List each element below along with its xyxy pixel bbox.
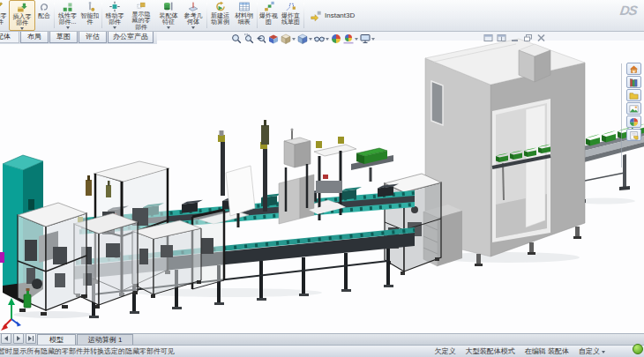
assembly-features-icon	[162, 1, 175, 12]
tab-evaluate[interactable]: 评估	[79, 32, 107, 43]
dassault-systemes-logo: DS	[619, 3, 638, 18]
ribbon-button-label: 爆炸视 图	[259, 12, 278, 26]
ribbon-button-smart-fasteners[interactable]: 智能扣 件	[79, 0, 101, 31]
zoom-to-fit-icon	[231, 33, 242, 44]
tab-assembly[interactable]: 装配体	[0, 32, 19, 43]
status-custom-dropdown[interactable]: 自定义	[579, 346, 605, 356]
motion-study-tab[interactable]: 运动算例 1	[77, 334, 133, 345]
ribbon-button-instant3d[interactable]: Instant3D	[305, 0, 358, 31]
dropdown-caret-icon	[326, 38, 329, 41]
dropdown-caret-icon	[66, 26, 70, 29]
graphics-viewport[interactable]	[0, 32, 644, 333]
taskpane-resources-button[interactable]	[626, 63, 641, 75]
file-explorer-icon	[629, 91, 639, 100]
ribbon-button-linear-pattern[interactable]: 线性零 部件...	[56, 0, 79, 31]
ribbon-separator	[257, 3, 258, 28]
tab-scroll-last-button[interactable]	[26, 333, 36, 344]
status-assembly-mode: 大型装配体模式	[466, 346, 515, 356]
view-settings-button[interactable]	[360, 33, 375, 44]
status-editing: 在编辑 装配体	[525, 346, 569, 356]
tab-layout[interactable]: 布局	[20, 32, 49, 43]
edit-appearance-icon	[331, 33, 341, 44]
previous-view-button[interactable]	[256, 33, 266, 44]
ribbon-button-label: 智能扣 件	[81, 12, 100, 26]
dropdown-caret-icon	[292, 38, 296, 41]
taskpane-file-explorer-button[interactable]	[626, 89, 641, 101]
hide-show-items-button[interactable]	[314, 33, 329, 44]
view-palette-icon	[629, 104, 639, 114]
arrow-right-end-icon	[28, 336, 32, 341]
document-window-controls	[483, 33, 546, 42]
ribbon-button-label: Instant3D	[325, 12, 355, 19]
taskpane-view-palette-button[interactable]	[626, 102, 641, 115]
ribbon-button-bill-of-materials[interactable]: 材料明 细表	[232, 0, 256, 31]
pane-window-icon[interactable]	[483, 33, 493, 42]
ribbon-button-mate[interactable]: 配合	[35, 0, 53, 31]
status-hint-text: 暂时显示所有隐藏的零部件并转换选定的隐藏零部件可见	[0, 346, 175, 356]
view-orientation-icon	[281, 33, 291, 44]
model-tab[interactable]: 模型	[37, 334, 76, 345]
section-view-button[interactable]	[268, 33, 279, 44]
taskpane-custom-properties-button[interactable]	[626, 129, 641, 141]
dropdown-caret-icon	[371, 38, 375, 41]
section-view-icon	[268, 33, 279, 44]
display-style-button[interactable]	[297, 33, 312, 44]
viewport-3d-scene[interactable]	[0, 32, 644, 333]
tab-scroll-left-button[interactable]	[13, 333, 24, 344]
show-hidden-components-icon	[135, 1, 147, 11]
custom-properties-icon	[629, 130, 639, 140]
pane-window-split-icon[interactable]	[497, 33, 506, 42]
dropdown-caret-icon	[309, 38, 312, 41]
instant3d-icon	[309, 10, 323, 22]
tab-scroll-first-button[interactable]	[1, 333, 11, 344]
ribbon-button-exploded-view[interactable]: 爆炸视 图	[258, 0, 279, 31]
heads-up-view-toolbar	[231, 33, 375, 45]
taskpane-appearances-button[interactable]	[626, 115, 641, 128]
tab-office-products[interactable]: 办公室产品	[108, 32, 154, 43]
ribbon-button-explode-line-sketch[interactable]: 爆炸直 线草图	[279, 0, 303, 31]
command-manager-ribbon: 编辑零 部件 插入零 部件 配合 线性零 部件... 智能扣 件	[0, 0, 644, 32]
view-orientation-button[interactable]	[281, 33, 296, 44]
minimize-icon[interactable]	[510, 33, 520, 42]
zoom-to-fit-button[interactable]	[231, 33, 242, 44]
status-right-cluster: 欠定义 大型装配体模式 在编辑 装配体 自定义	[435, 346, 605, 356]
taskpane-design-library-button[interactable]	[626, 76, 641, 88]
ribbon-button-label: 爆炸直 线草图	[281, 12, 300, 26]
edit-component-icon	[0, 1, 4, 12]
ribbon-button-edit-component[interactable]: 编辑零 部件	[0, 0, 9, 31]
exploded-view-icon	[263, 1, 275, 12]
enclosure-window	[431, 81, 443, 125]
solidworks-resources-icon	[629, 64, 639, 74]
apply-scene-button[interactable]	[343, 33, 358, 44]
ribbon-button-label: 线性零 部件...	[58, 12, 77, 26]
edit-appearance-button[interactable]	[331, 33, 341, 44]
white-guard-panel	[226, 166, 255, 216]
close-icon[interactable]	[536, 33, 546, 42]
reference-geometry-icon	[187, 1, 199, 12]
ribbon-button-reference-geometry[interactable]: 参考几 何体	[181, 0, 206, 31]
zoom-to-area-button[interactable]	[243, 33, 254, 44]
dropdown-caret-icon	[113, 26, 116, 29]
hide-show-items-icon	[314, 33, 325, 44]
insert-component-icon	[16, 2, 28, 13]
design-library-icon	[629, 78, 639, 87]
mate-icon	[38, 1, 50, 12]
previous-view-icon	[256, 33, 266, 44]
status-bar: 暂时显示所有隐藏的零部件并转换选定的隐藏零部件可见 欠定义 大型装配体模式 在编…	[0, 345, 644, 357]
ribbon-button-move-component[interactable]: 移动零 部件	[103, 0, 126, 31]
move-component-icon	[109, 1, 121, 12]
ribbon-button-assembly-features[interactable]: 装配体 特征	[156, 0, 181, 31]
ribbon-button-show-hidden-components[interactable]: 显示隐 藏的零 部件	[126, 0, 156, 31]
restore-icon[interactable]	[523, 33, 533, 42]
tab-sketch[interactable]: 草图	[49, 32, 78, 43]
ribbon-button-insert-component[interactable]: 插入零 部件	[9, 0, 35, 31]
linear-component-pattern-icon	[62, 1, 74, 12]
arrow-right-icon	[17, 336, 20, 341]
quick-tip-icon[interactable]	[633, 344, 643, 354]
zoom-to-area-icon	[243, 33, 254, 44]
task-pane	[626, 63, 641, 141]
bill-of-materials-icon	[238, 1, 251, 12]
ribbon-button-label: 材料明 细表	[235, 12, 253, 26]
ribbon-button-new-motion-study[interactable]: 新建运 动算例	[208, 0, 232, 31]
taskpane-splitter[interactable]	[621, 63, 622, 167]
